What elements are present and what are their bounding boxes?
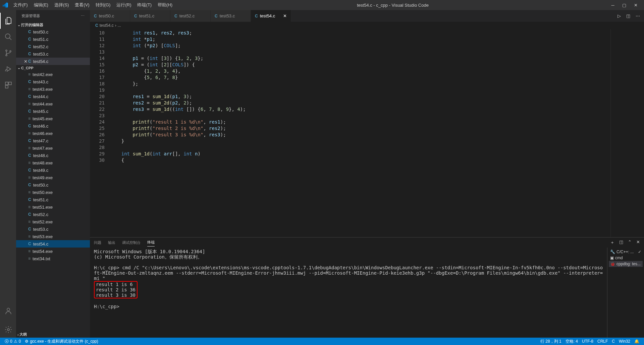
new-terminal-icon[interactable]: ＋: [610, 239, 614, 246]
file-item[interactable]: C test43.c: [16, 78, 90, 85]
activity-account[interactable]: [0, 303, 16, 319]
file-item[interactable]: C test45.c: [16, 108, 90, 115]
file-item[interactable]: C test51.c: [16, 196, 90, 203]
file-item[interactable]: ≡ test51.exe: [16, 203, 90, 211]
run-icon[interactable]: ▷: [618, 13, 621, 18]
maximize-panel-icon[interactable]: ⌃: [628, 239, 632, 246]
editor-tab[interactable]: C test52.c ✕: [170, 10, 211, 22]
maximize-button[interactable]: ▢: [622, 3, 627, 7]
breadcrumb[interactable]: C test54.c › ...: [90, 22, 644, 29]
activity-scm[interactable]: [0, 45, 16, 61]
file-item[interactable]: C test44.c: [16, 93, 90, 100]
activity-extensions[interactable]: [0, 77, 16, 93]
minimap[interactable]: [610, 29, 644, 237]
terminal-item[interactable]: 🐞 cppdbg: tes...: [609, 261, 643, 267]
menu-file[interactable]: 文件(F): [11, 1, 31, 9]
file-item[interactable]: C test48.c: [16, 152, 90, 159]
file-item[interactable]: ≡ test53.exe: [16, 233, 90, 240]
exe-file-icon: ≡: [28, 72, 31, 77]
terminal-item[interactable]: 🔧 C/C++: ... ✓: [609, 249, 643, 255]
svg-point-7: [7, 308, 10, 311]
editor-tab[interactable]: C test54.c ✕: [251, 10, 291, 22]
file-item[interactable]: ≡ text34.txt: [16, 255, 90, 262]
status-eol[interactable]: CRLF: [595, 339, 610, 344]
file-item[interactable]: C test46.c: [16, 122, 90, 130]
editor-more-icon[interactable]: ⋯: [636, 13, 640, 18]
file-item[interactable]: ≡ test49.exe: [16, 174, 90, 181]
terminal-output[interactable]: Microsoft Windows [版本 10.0.19044.2364](c…: [90, 248, 607, 338]
file-item[interactable]: ≡ test45.exe: [16, 115, 90, 122]
status-linecol[interactable]: 行 28，列 1: [538, 339, 564, 344]
status-platform[interactable]: Win32: [617, 339, 632, 344]
file-item[interactable]: ≡ test43.exe: [16, 85, 90, 93]
file-item[interactable]: C test50.c: [16, 181, 90, 189]
file-item[interactable]: ≡ test46.exe: [16, 130, 90, 137]
tab-terminal[interactable]: 终端: [147, 238, 155, 247]
terminal-item[interactable]: ▣ cmd: [609, 255, 643, 261]
file-item[interactable]: C test53.c: [16, 225, 90, 233]
editor-tab[interactable]: C test51.c ✕: [130, 10, 170, 22]
editor-tab[interactable]: C test53.c ✕: [211, 10, 251, 22]
activity-bar: [0, 10, 16, 338]
activity-search[interactable]: [0, 29, 16, 45]
file-item[interactable]: ≡ test47.exe: [16, 144, 90, 152]
exe-file-icon: ≡: [28, 160, 31, 165]
outline-section[interactable]: › 大纲: [16, 331, 90, 338]
file-item[interactable]: ≡ test50.exe: [16, 189, 90, 196]
file-label: test42.exe: [33, 72, 53, 77]
menu-edit[interactable]: 编辑(E): [31, 1, 51, 9]
status-errors[interactable]: ⓧ0⚠0: [3, 339, 23, 344]
file-item[interactable]: ≡ test52.exe: [16, 218, 90, 225]
activity-explorer[interactable]: [0, 13, 16, 29]
open-editor-item[interactable]: ✕ C test50.c: [16, 28, 90, 36]
wrench-icon: 🔧: [610, 250, 615, 254]
code-editor[interactable]: int res1, res2, res3; int *p1; int (*p2)…: [110, 29, 610, 237]
file-label: test50.exe: [33, 190, 53, 195]
close-icon[interactable]: ✕: [23, 59, 28, 64]
activity-debug[interactable]: [0, 61, 16, 77]
menu-view[interactable]: 查看(V): [72, 1, 92, 9]
menu-select[interactable]: 选择(S): [52, 1, 71, 9]
file-item[interactable]: C test52.c: [16, 211, 90, 218]
file-label: test52.c: [33, 212, 49, 217]
file-item[interactable]: C test49.c: [16, 166, 90, 174]
status-notifications[interactable]: 🔔: [632, 339, 641, 344]
open-editor-item[interactable]: ✕ C test52.c: [16, 43, 90, 50]
c-file-icon: C: [134, 14, 137, 18]
c-file-icon: C: [28, 94, 31, 99]
minimize-button[interactable]: ─: [610, 3, 615, 7]
menu-run[interactable]: 运行(R): [114, 1, 134, 9]
file-label: test45.exe: [33, 116, 53, 121]
menu-help[interactable]: 帮助(H): [155, 1, 175, 9]
open-editor-item[interactable]: ✕ C test51.c: [16, 36, 90, 43]
explorer-more-icon[interactable]: ⋯: [81, 14, 85, 18]
tab-debug-console[interactable]: 调试控制台: [122, 239, 141, 247]
folder-section[interactable]: ⌄ C_CPP: [16, 65, 90, 71]
close-icon[interactable]: ✕: [280, 13, 287, 18]
status-language[interactable]: C: [610, 339, 617, 344]
menu-go[interactable]: 转到(G): [93, 1, 113, 9]
close-button[interactable]: ✕: [633, 3, 638, 7]
activity-settings[interactable]: [0, 322, 16, 338]
tab-output[interactable]: 输出: [108, 239, 115, 247]
status-build[interactable]: ⚙gcc.exe - 生成和调试活动文件 (c_cpp): [23, 339, 100, 344]
close-panel-icon[interactable]: ✕: [636, 239, 640, 246]
file-item[interactable]: ≡ test48.exe: [16, 159, 90, 166]
file-item[interactable]: ≡ test42.exe: [16, 71, 90, 78]
editor-tab[interactable]: C test50.c ✕: [90, 10, 130, 22]
file-item[interactable]: C test54.c: [16, 240, 90, 248]
open-editors-section[interactable]: ⌄ 打开的编辑器: [16, 22, 90, 28]
menu-terminal[interactable]: 终端(T): [135, 1, 154, 9]
file-item[interactable]: ≡ test44.exe: [16, 100, 90, 108]
file-item[interactable]: ≡ test54.exe: [16, 248, 90, 255]
status-spaces[interactable]: 空格: 4: [564, 339, 580, 344]
open-editor-item[interactable]: ✕ C test54.c: [16, 58, 90, 65]
files-icon: [4, 17, 12, 25]
file-item[interactable]: C test47.c: [16, 137, 90, 144]
file-label: test54.exe: [33, 249, 53, 254]
menu-bar: 文件(F) 编辑(E) 选择(S) 查看(V) 转到(G) 运行(R) 终端(T…: [11, 1, 175, 9]
split-terminal-icon[interactable]: ◫: [619, 239, 623, 246]
open-editor-item[interactable]: ✕ C test53.c: [16, 50, 90, 58]
split-editor-icon[interactable]: ◫: [626, 13, 630, 18]
status-encoding[interactable]: UTF-8: [580, 339, 595, 344]
